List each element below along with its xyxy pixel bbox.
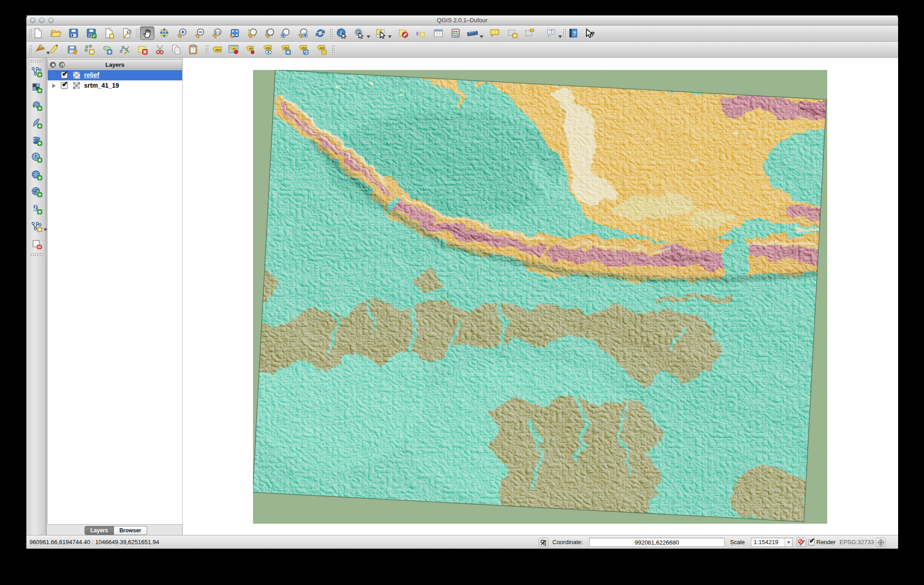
label-show-hide-button[interactable]: abc	[261, 43, 275, 56]
pan-to-selection-icon	[159, 28, 170, 39]
text-annotation-button[interactable]: T	[544, 26, 558, 40]
select-features-button[interactable]	[373, 26, 388, 40]
paste-features-icon	[188, 44, 199, 55]
identify-features-button[interactable]: i	[334, 26, 349, 40]
dropdown-arrow-icon[interactable]	[367, 35, 370, 38]
label-pin-dialog-button[interactable]: ab	[226, 43, 241, 56]
add-feature-button[interactable]	[82, 43, 97, 56]
save-project-as-button[interactable]	[84, 26, 99, 40]
node-tool-button[interactable]	[118, 43, 132, 56]
layer-type-icon	[73, 72, 80, 79]
deselect-features-button[interactable]	[396, 26, 411, 40]
toggle-editing-button[interactable]	[48, 43, 63, 56]
composer-manager-button[interactable]	[119, 26, 134, 40]
label-pin-dialog-icon: ab	[228, 44, 239, 55]
pan-to-selection-button[interactable]	[158, 26, 172, 40]
whats-this-button[interactable]: ?	[583, 26, 598, 40]
zoom-out-button[interactable]	[193, 26, 207, 40]
add-vector-layer-button[interactable]	[30, 64, 44, 79]
new-print-composer-button[interactable]	[102, 26, 116, 40]
current-edits-icon	[34, 44, 45, 55]
open-attribute-table-button[interactable]	[431, 26, 446, 40]
zoom-last-icon	[280, 28, 291, 39]
label-properties-icon: abc	[316, 44, 327, 55]
save-layer-edits-button[interactable]	[65, 43, 80, 56]
scale-value: 1:154219	[754, 538, 778, 546]
zoom-next-button[interactable]	[296, 26, 310, 40]
dropdown-arrow-icon[interactable]	[44, 228, 47, 231]
save-project-button[interactable]	[66, 26, 81, 40]
layer-row-relief[interactable]: ✔relief	[48, 70, 182, 80]
map-canvas[interactable]	[183, 58, 898, 535]
toggle-editing-icon	[50, 44, 61, 55]
scale-combo[interactable]: 1:154219	[751, 538, 793, 547]
dock-tab-browser[interactable]: Browser	[114, 526, 147, 535]
label-properties-button[interactable]: abc	[314, 43, 329, 56]
select-by-expression-button[interactable]: ε	[413, 26, 427, 40]
crs-status: EPSG:32733	[840, 535, 874, 549]
add-mssql-layer-button[interactable]	[30, 133, 44, 148]
add-delimited-text-layer-button[interactable]: 9	[30, 202, 44, 216]
crs-status-button[interactable]	[876, 538, 885, 547]
remove-layer-button[interactable]	[30, 237, 44, 252]
open-attribute-table-icon	[433, 28, 444, 39]
add-feature-icon	[84, 44, 95, 55]
add-spatialite-layer-button[interactable]	[30, 116, 44, 130]
new-shapefile-layer-button[interactable]	[30, 219, 44, 234]
run-feature-action-button[interactable]	[352, 26, 367, 40]
current-edits-button[interactable]	[32, 43, 46, 56]
delete-selected-button[interactable]	[135, 43, 150, 56]
add-wcs-layer-button[interactable]	[30, 168, 44, 182]
add-wfs-layer-button[interactable]	[30, 184, 44, 199]
zoom-to-selection-button[interactable]	[245, 26, 260, 40]
svg-text:abc: abc	[215, 48, 221, 52]
refresh-map-button[interactable]	[313, 26, 328, 40]
zoom-out-icon	[194, 28, 205, 39]
dock-tab-layers[interactable]: Layers	[84, 526, 114, 535]
expander-icon[interactable]	[52, 84, 56, 88]
zoom-full-button[interactable]	[228, 26, 242, 40]
svg-text:ε: ε	[416, 29, 419, 37]
labeling-button[interactable]: abc	[210, 43, 224, 56]
cut-features-button[interactable]	[153, 43, 167, 56]
resize-grip[interactable]	[891, 543, 897, 549]
render-checkbox[interactable]: ✔	[808, 539, 815, 545]
select-features-icon	[375, 28, 386, 39]
measure-line-button[interactable]	[465, 26, 480, 40]
show-bookmarks-button[interactable]	[522, 26, 537, 40]
dropdown-arrow-icon[interactable]	[388, 35, 392, 38]
field-calculator-button[interactable]	[448, 26, 463, 40]
add-wms-layer-button[interactable]	[30, 150, 44, 164]
scale-dropdown-icon[interactable]	[785, 538, 792, 546]
map-tips-button[interactable]	[487, 26, 502, 40]
coordinate-input[interactable]	[589, 538, 725, 547]
layer-checkbox[interactable]: ✔	[61, 72, 68, 79]
zoom-to-layer-button[interactable]	[263, 26, 277, 40]
layer-row-srtm_41_19[interactable]: ✔srtm_41_19	[48, 80, 182, 91]
move-feature-button[interactable]	[100, 43, 114, 56]
dropdown-arrow-icon[interactable]	[480, 35, 483, 38]
copy-features-button[interactable]	[169, 43, 184, 56]
svg-text:1:1: 1:1	[215, 30, 220, 35]
toolbar-manage-layers: 9	[26, 58, 47, 535]
zoom-actual-size-button[interactable]: 1:1	[210, 26, 224, 40]
dropdown-arrow-icon[interactable]	[558, 35, 562, 38]
save-layer-edits-icon	[67, 44, 78, 55]
left-dock: 9 Layers ✔relief✔srtm_41_19 LayersBrowse…	[26, 58, 183, 535]
add-postgis-layer-button[interactable]	[30, 98, 44, 113]
pan-map-button[interactable]	[140, 26, 154, 40]
zoom-in-button[interactable]	[175, 26, 189, 40]
label-pin-button[interactable]: ab	[243, 43, 258, 56]
label-move-button[interactable]: abc	[278, 43, 293, 56]
layer-checkbox[interactable]: ✔	[61, 82, 68, 89]
paste-features-button[interactable]	[186, 43, 200, 56]
label-rotate-button[interactable]: abc	[296, 43, 311, 56]
new-project-button[interactable]	[31, 26, 45, 40]
zoom-last-button[interactable]	[278, 26, 293, 40]
new-bookmark-button[interactable]	[505, 26, 520, 40]
toggle-extents-display-button[interactable]	[539, 538, 548, 547]
open-project-button[interactable]	[49, 26, 63, 40]
help-contents-button[interactable]: ?	[566, 26, 581, 40]
add-raster-layer-button[interactable]	[30, 80, 44, 95]
stop-rendering-button[interactable]	[797, 538, 806, 547]
